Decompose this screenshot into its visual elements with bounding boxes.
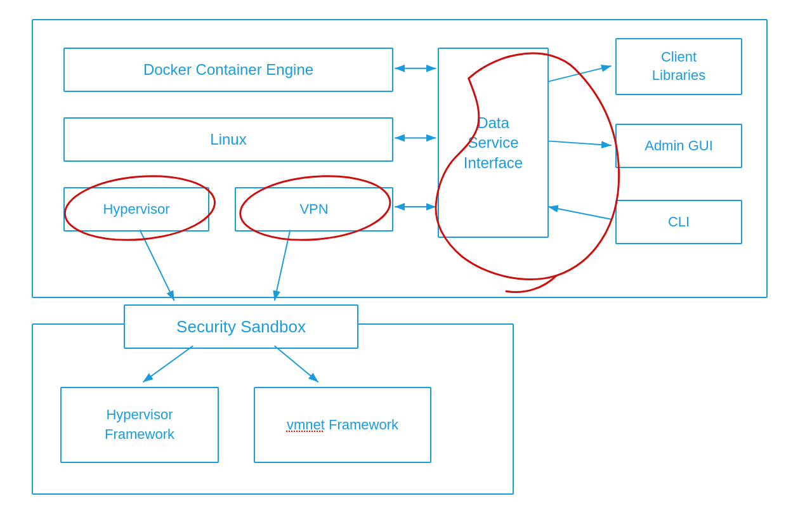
dsi-label: DataServiceInterface [464,113,523,173]
cli-box: CLI [615,200,742,244]
security-sandbox-box: Security Sandbox [124,304,358,349]
admin-gui-box: Admin GUI [615,124,742,168]
client-lib-box: ClientLibraries [615,38,742,95]
hv-framework-box: HypervisorFramework [60,387,219,463]
dsi-box: DataServiceInterface [438,48,549,238]
vpn-box: VPN [235,187,393,231]
client-lib-label: ClientLibraries [652,48,705,84]
hypervisor-box: Hypervisor [63,187,209,231]
vmnet-framework-box: vmnet Framework [254,387,431,463]
docker-box: Docker Container Engine [63,48,393,92]
diagram-container: Docker Container Engine Linux Hypervisor… [25,13,787,501]
linux-box: Linux [63,117,393,162]
vmnet-framework-label: vmnet Framework [287,417,398,433]
hv-framework-label: HypervisorFramework [105,405,174,445]
